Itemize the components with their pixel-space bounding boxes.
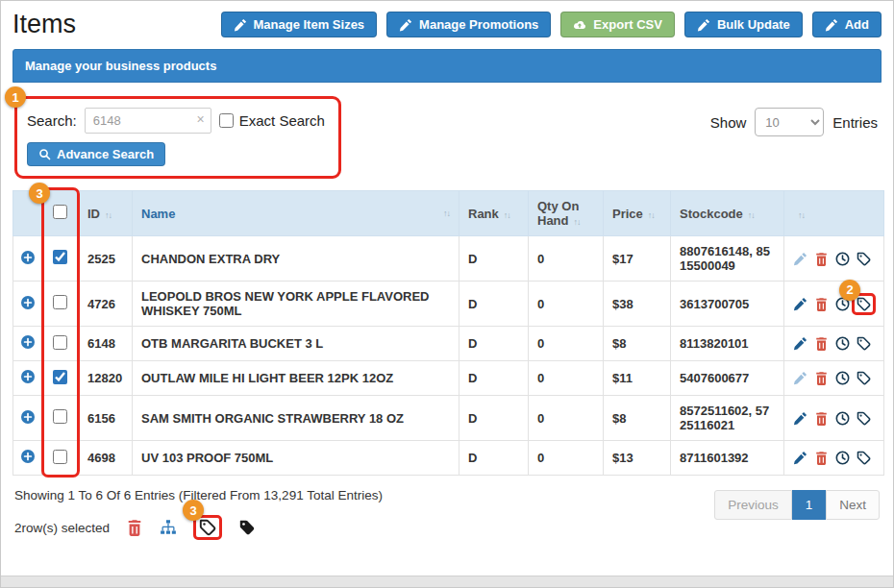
cell-id: 6148 [79, 327, 133, 361]
cell-stockcode: 8807616148, 8515500049 [671, 236, 784, 282]
panel-heading: Manage your business products [12, 49, 882, 83]
cell-name: CHANDON EXTRA DRY [133, 236, 459, 282]
cell-qty: 0 [529, 327, 604, 361]
column-header-rank[interactable]: Rank↑↓ [459, 191, 529, 236]
table-row: 4698 UV 103 PROOF 750ML D 0 $13 87116013… [13, 441, 884, 476]
page-size-select[interactable]: 10 [755, 108, 824, 136]
bulk-update-button[interactable]: Bulk Update [684, 12, 803, 37]
advance-search-button[interactable]: Advance Search [27, 142, 165, 166]
window-bottom-strip [1, 576, 893, 587]
toolbar: Manage Item Sizes Manage Promotions Expo… [221, 12, 882, 37]
cell-stockcode: 8113820101 [671, 327, 784, 361]
expand-row-icon[interactable] [20, 409, 36, 425]
items-page: Items Manage Item Sizes Manage Promotion… [0, 0, 894, 588]
column-header-name[interactable]: Name↑↓ [133, 191, 459, 236]
cell-name: SAM SMITH ORGANIC STRAWBERRY 18 OZ [133, 396, 459, 441]
edit-icon[interactable] [793, 252, 807, 266]
export-csv-label: Export CSV [593, 17, 662, 32]
delete-icon[interactable] [814, 451, 829, 465]
row-checkbox[interactable] [53, 370, 67, 384]
history-icon[interactable] [835, 336, 850, 351]
row-checkbox[interactable] [53, 250, 67, 264]
row-checkbox[interactable] [53, 450, 67, 464]
expand-row-icon[interactable] [20, 369, 36, 384]
edit-icon[interactable] [793, 411, 807, 426]
tag-icon[interactable] [857, 411, 871, 426]
clear-search-icon[interactable]: × [197, 111, 205, 127]
add-label: Add [845, 17, 869, 32]
search-label: Search: [27, 112, 77, 129]
tag-icon[interactable] [857, 336, 871, 351]
delete-icon[interactable] [814, 252, 829, 266]
history-icon[interactable] [835, 252, 850, 266]
pencil-icon [697, 18, 710, 32]
edit-icon[interactable] [793, 451, 807, 465]
cell-stockcode: 8572511602, 5725116021 [671, 396, 784, 441]
products-panel: Manage your business products 1 Search: … [12, 49, 882, 540]
select-all-checkbox[interactable] [53, 205, 67, 219]
edit-icon[interactable] [793, 336, 807, 351]
exact-search-label: Exact Search [239, 112, 325, 129]
expand-row-icon[interactable] [20, 295, 36, 310]
delete-icon[interactable] [814, 297, 829, 311]
column-header-id[interactable]: ID↑↓ [79, 191, 133, 236]
items-table-wrap: 3 ID↑↓ Name↑↓ Rank↑↓ Qty On Hand↑↓ Price [12, 190, 882, 476]
delete-selected-icon[interactable] [126, 519, 143, 536]
column-header-stockcode[interactable]: Stockcode↑↓ [671, 191, 784, 236]
history-icon[interactable] [835, 411, 850, 426]
tag-icon[interactable] [857, 451, 871, 465]
cell-price: $8 [604, 327, 671, 361]
tag-icon[interactable] [857, 252, 871, 266]
export-csv-button[interactable]: Export CSV [560, 12, 675, 37]
next-page-button[interactable]: Next [826, 490, 880, 520]
edit-icon[interactable] [793, 297, 807, 311]
table-row: 2525 CHANDON EXTRA DRY D 0 $17 880761614… [13, 236, 884, 282]
delete-icon[interactable] [814, 411, 829, 426]
merge-selected-icon[interactable] [160, 519, 177, 536]
delete-icon[interactable] [814, 336, 829, 351]
history-icon[interactable] [835, 451, 850, 465]
cell-name: OTB MARGARITA BUCKET 3 L [133, 327, 459, 361]
cell-rank: D [459, 327, 529, 361]
pagination: Previous 1 Next [714, 490, 880, 520]
entries-label: Entries [832, 114, 878, 131]
column-header-price[interactable]: Price↑↓ [604, 191, 671, 236]
bulk-update-label: Bulk Update [717, 17, 790, 32]
manage-promotions-button[interactable]: Manage Promotions [386, 12, 551, 37]
table-row: 6156 SAM SMITH ORGANIC STRAWBERRY 18 OZ … [13, 396, 884, 441]
page-1-button[interactable]: 1 [792, 490, 827, 520]
expand-row-icon[interactable] [20, 334, 36, 350]
tag-annotation-wrap: 2 [857, 297, 871, 311]
cell-stockcode: 5407600677 [671, 361, 784, 396]
sort-icon: ↑↓ [648, 210, 655, 220]
pencil-icon [825, 18, 838, 32]
add-button[interactable]: Add [812, 12, 882, 37]
tag-selected-annotation-wrap: 3 [193, 515, 222, 540]
tag-dark-icon[interactable] [238, 519, 256, 536]
row-checkbox[interactable] [53, 295, 67, 309]
row-checkbox[interactable] [53, 409, 67, 424]
edit-icon[interactable] [793, 371, 807, 385]
cell-qty: 0 [529, 441, 604, 476]
manage-item-sizes-button[interactable]: Manage Item Sizes [221, 12, 378, 37]
top-bar: Items Manage Item Sizes Manage Promotion… [1, 1, 893, 47]
sort-icon: ↑↓ [748, 210, 755, 220]
select-all-header[interactable] [42, 191, 79, 236]
column-header-actions[interactable]: ↑↓ [784, 191, 884, 236]
column-header-qty[interactable]: Qty On Hand↑↓ [529, 191, 604, 236]
cell-price: $8 [604, 396, 671, 441]
tag-icon[interactable] [857, 371, 871, 385]
history-icon[interactable] [835, 371, 850, 385]
previous-page-button[interactable]: Previous [714, 490, 792, 520]
cell-qty: 0 [529, 282, 604, 327]
expand-row-icon[interactable] [20, 449, 36, 464]
expand-row-icon[interactable] [20, 250, 36, 265]
search-input[interactable] [85, 108, 211, 134]
cell-rank: D [459, 282, 529, 327]
delete-icon[interactable] [814, 371, 829, 385]
exact-search-checkbox[interactable] [219, 113, 234, 128]
row-checkbox[interactable] [53, 335, 67, 350]
table-row: 6148 OTB MARGARITA BUCKET 3 L D 0 $8 811… [13, 327, 884, 361]
tag-selected-icon[interactable] [199, 519, 216, 536]
tag-icon[interactable] [857, 297, 871, 311]
